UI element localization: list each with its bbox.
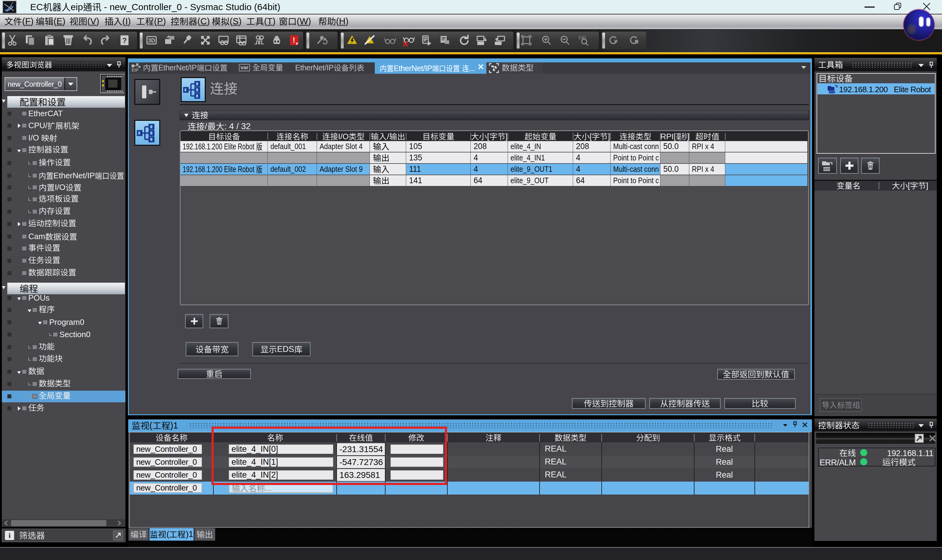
svg-text:3D: 3D	[148, 37, 155, 44]
svg-text:EIP: EIP	[132, 68, 139, 72]
svg-text:!: !	[293, 36, 295, 44]
svg-text:?: ?	[122, 36, 127, 45]
